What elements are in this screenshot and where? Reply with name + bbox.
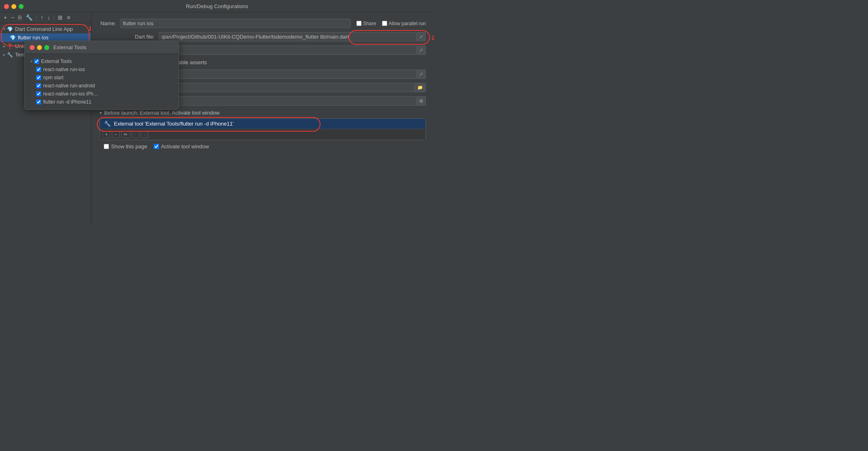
launch-remove-btn[interactable]: −	[112, 131, 120, 138]
settings-button[interactable]: 🔧	[24, 14, 34, 21]
name-input[interactable]	[120, 19, 351, 28]
dart-file-expand-btn[interactable]: ⤢	[417, 32, 426, 41]
dart-file-input-container: ⤢	[159, 32, 426, 41]
working-dir-input[interactable]	[159, 83, 415, 92]
working-dir-expand-btn[interactable]: 📁	[415, 83, 426, 92]
parallel-checkbox-label[interactable]: Allow parallel run	[382, 21, 426, 26]
program-args-input[interactable]	[159, 69, 417, 79]
ext-item-rn-android[interactable]: react-native run-android	[28, 82, 175, 90]
program-args-input-container: ⤢	[159, 69, 426, 79]
share-checkbox[interactable]	[356, 21, 362, 26]
ext-traffic-lights	[30, 45, 49, 50]
add-button[interactable]: +	[2, 14, 8, 21]
external-tool-icon: 🔧	[104, 121, 111, 127]
separator	[36, 15, 37, 20]
show-page-text: Show this page	[111, 143, 147, 150]
ext-item-external-tools[interactable]: ▾ External Tools	[28, 57, 175, 65]
share-checkbox-label[interactable]: Share	[356, 21, 376, 26]
activate-window-checkbox[interactable]	[154, 144, 159, 149]
sort-button[interactable]: ⊞	[57, 14, 64, 21]
ext-checkbox-4[interactable]	[36, 91, 41, 96]
traffic-lights	[4, 4, 24, 9]
section-arrow: ▾	[100, 111, 102, 115]
ext-checkbox-2[interactable]	[36, 75, 41, 80]
before-launch-header: ▾ Before launch: External tool, Activate…	[100, 110, 426, 116]
dart-icon: 💎	[7, 26, 13, 32]
name-label: Name:	[100, 20, 120, 26]
working-dir-input-container: 📁	[159, 83, 426, 92]
title-bar: Run/Debug Configurations	[0, 0, 434, 12]
ext-item-label: react-native run-android	[43, 83, 95, 89]
vm-options-input[interactable]	[159, 46, 417, 55]
left-panel: + − ⎘ 🔧 ↑ ↓ ⊞ ≡ 1 ▾ 💎 Dart Command Line …	[0, 12, 92, 224]
env-vars-input[interactable]	[159, 96, 417, 106]
share-label: Share	[363, 21, 376, 26]
show-page-label[interactable]: Show this page	[104, 143, 147, 150]
arrow-icon: ▸	[3, 52, 5, 57]
vm-options-input-container: ⤢	[159, 46, 426, 55]
dart-file-input[interactable]	[159, 32, 417, 41]
ext-min[interactable]	[37, 45, 42, 50]
dart-file-row: Dart file: ⤢ 2	[100, 32, 426, 41]
ext-item-rn-ios[interactable]: react-native run-ios	[28, 65, 175, 74]
ext-item-flutter-run[interactable]: flutter run -d iPhone11	[28, 98, 175, 106]
ext-item-label: react-native run-ios iPh…	[43, 91, 98, 97]
launch-edit-btn[interactable]: ✏	[121, 131, 130, 138]
maximize-button[interactable]	[19, 4, 24, 9]
launch-list: 🔧 External tool 'External Tools/flutter …	[100, 118, 426, 140]
ext-item-npm-start[interactable]: npm start	[28, 74, 175, 82]
launch-down-btn[interactable]: ↓	[141, 131, 148, 138]
ext-item-label: flutter run -d iPhone11	[43, 99, 92, 105]
ext-tools-title: External Tools	[53, 44, 86, 50]
env-vars-expand-btn[interactable]: ⊞	[417, 96, 426, 106]
close-button[interactable]	[4, 4, 9, 9]
ext-item-rn-ios-iph[interactable]: react-native run-ios iPh…	[28, 90, 175, 98]
down-button[interactable]: ↓	[46, 14, 51, 21]
separator2	[54, 15, 54, 20]
minimize-button[interactable]	[11, 4, 16, 9]
main-layout: + − ⎘ 🔧 ↑ ↓ ⊞ ≡ 1 ▾ 💎 Dart Command Line …	[0, 12, 434, 224]
copy-button[interactable]: ⎘	[17, 14, 23, 21]
activate-window-label[interactable]: Activate tool window	[154, 143, 209, 150]
tree-item-dart-command-line-app[interactable]: ▾ 💎 Dart Command Line App	[0, 25, 91, 33]
ext-checkbox-5[interactable]	[36, 100, 41, 104]
ext-item-label: External Tools	[41, 59, 72, 64]
show-page-checkbox[interactable]	[104, 144, 109, 149]
arrow-icon: ▾	[31, 59, 33, 63]
vm-options-expand-btn[interactable]: ⤢	[417, 46, 426, 55]
parallel-label: Allow parallel run	[389, 21, 426, 26]
arrow-icon: ▸	[3, 44, 5, 48]
env-vars-input-container: ⊞	[159, 96, 426, 106]
ext-tools-titlebar: External Tools	[25, 41, 179, 54]
parallel-checkbox[interactable]	[382, 21, 387, 26]
tree-item-label: flutter run ios	[18, 35, 48, 41]
tree-item-label: Dart Command Line App	[15, 26, 73, 32]
external-tools-popup: External Tools ▾ External Tools react-na…	[24, 41, 179, 110]
unknown-icon: ❓	[7, 43, 13, 49]
window-title: Run/Debug Configurations	[186, 3, 248, 9]
ext-item-label: react-native run-ios	[43, 67, 85, 72]
ext-close[interactable]	[30, 45, 35, 50]
ext-max[interactable]	[44, 45, 49, 50]
annotation-2: 2	[432, 34, 434, 41]
program-args-expand-btn[interactable]: ⤢	[417, 69, 426, 79]
header-checkboxes: Share Allow parallel run	[356, 21, 426, 26]
filter-button[interactable]: ≡	[65, 14, 71, 21]
before-launch-section: ▾ Before launch: External tool, Activate…	[100, 110, 426, 150]
launch-add-btn[interactable]: +	[103, 131, 110, 138]
launch-up-btn[interactable]: ↑	[132, 131, 139, 138]
remove-button[interactable]: −	[10, 14, 15, 21]
ext-checkbox-0[interactable]	[34, 59, 39, 64]
bottom-checkboxes: Show this page Activate tool window	[100, 143, 426, 150]
ext-checkbox-3[interactable]	[36, 83, 41, 88]
config-icon: 💎	[10, 35, 16, 41]
launch-item-label: External tool 'External Tools/flutter ru…	[114, 121, 234, 127]
toolbar: + − ⎘ 🔧 ↑ ↓ ⊞ ≡	[0, 12, 91, 23]
ext-item-label: npm start	[43, 75, 63, 80]
name-row: Name: Share Allow parallel run	[100, 19, 426, 28]
arrow-icon: ▾	[3, 27, 5, 31]
launch-toolbar: + − ✏ ↑ ↓	[100, 129, 425, 140]
up-button[interactable]: ↑	[39, 14, 44, 21]
ext-checkbox-1[interactable]	[36, 67, 41, 72]
launch-item-external-tool[interactable]: 🔧 External tool 'External Tools/flutter …	[100, 119, 425, 129]
